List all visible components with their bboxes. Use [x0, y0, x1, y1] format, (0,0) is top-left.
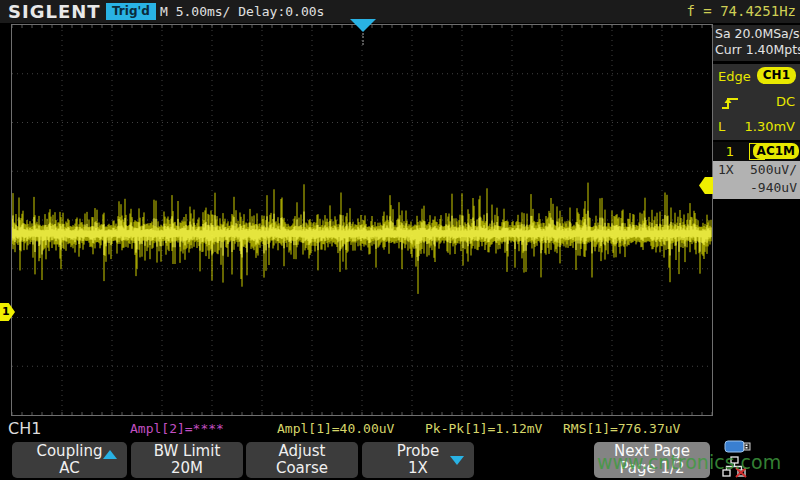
menu-channel-title: CH1 — [8, 418, 41, 439]
trigger-type-label: Edge — [718, 69, 751, 84]
softkey-adjust[interactable]: Adjust Coarse — [246, 442, 358, 478]
softkey-probe[interactable]: Probe 1X — [362, 442, 474, 478]
softkey-next-page[interactable]: Next Page Page 1/2 — [594, 442, 710, 478]
chevron-down-icon — [450, 456, 464, 465]
softkey-bw-limit[interactable]: BW Limit 20M — [131, 442, 243, 478]
noise-waveform-chart — [12, 25, 712, 415]
measurement-ampl1: Ampl[1]=40.00uV — [277, 421, 394, 436]
softkey-bw-limit-value: 20M — [131, 460, 243, 476]
channel1-offset: -940uV — [750, 180, 797, 195]
top-status-bar: SIGLENT Trig'd M 5.00ms/ Delay:0.00s f =… — [0, 0, 800, 23]
trigger-coupling: DC — [776, 89, 795, 114]
trigger-type-row: Edge CH1 — [713, 64, 800, 89]
oscilloscope-screen: SIGLENT Trig'd M 5.00ms/ Delay:0.00s f =… — [0, 0, 800, 480]
trigger-position-marker-icon[interactable] — [350, 19, 376, 32]
trigger-level-row: L 1.30mV — [713, 114, 800, 139]
channel1-scale-block: 1X 500uV/ -940uV — [713, 161, 800, 199]
waveform-display[interactable] — [12, 25, 712, 415]
measurement-bar: CH1 Ampl[2]=**** Ampl[1]=40.00uV Pk-Pk[1… — [0, 418, 800, 439]
trigger-level-value: 1.30mV — [744, 114, 795, 139]
timebase-readout[interactable]: M 5.00ms/ Delay:0.00s — [160, 4, 324, 19]
softkey-next-page-value: Page 1/2 — [594, 460, 710, 476]
softkey-coupling[interactable]: Coupling AC — [12, 442, 127, 478]
channel1-header-row: 1 B AC1M — [713, 142, 800, 161]
channel1-volts-per-div: 500uV/ — [750, 162, 797, 177]
channel1-info-panel[interactable]: 1 B AC1M 1X 500uV/ -940uV — [713, 142, 800, 199]
brand-logo: SIGLENT — [8, 1, 101, 22]
trigger-position-dots — [362, 33, 364, 45]
softkey-menu: Coupling AC BW Limit 20M Adjust Coarse P… — [0, 440, 800, 480]
usb-icon — [724, 439, 752, 454]
sidebar: Sa 20.0MSa/s Curr 1.40Mpts Edge CH1 DC L… — [713, 25, 800, 415]
softkey-coupling-value: AC — [12, 460, 127, 476]
channel1-coupling-badge: AC1M — [753, 143, 799, 159]
trigger-panel[interactable]: Edge CH1 DC L 1.30mV — [713, 64, 800, 140]
trigger-status-badge: Trig'd — [106, 3, 156, 20]
acquisition-panel: Sa 20.0MSa/s Curr 1.40Mpts — [713, 25, 800, 61]
softkey-adjust-label: Adjust — [246, 443, 358, 460]
softkey-adjust-value: Coarse — [246, 460, 358, 476]
softkey-bw-limit-label: BW Limit — [131, 443, 243, 460]
sample-rate: Sa 20.0MSa/s — [713, 25, 800, 41]
rising-edge-icon — [718, 94, 742, 112]
softkey-next-page-label: Next Page — [594, 443, 710, 460]
measurement-rms1: RMS[1]=776.37uV — [563, 421, 680, 436]
channel1-number: 1 — [713, 142, 747, 161]
memory-depth: Curr 1.40Mpts — [713, 41, 800, 57]
trigger-slope-row: DC — [713, 89, 800, 114]
channel1-probe: 1X — [718, 162, 734, 177]
measurement-pkpk1: Pk-Pk[1]=1.12mV — [425, 421, 542, 436]
trigger-level-label: L — [718, 119, 725, 134]
measurement-ampl2: Ampl[2]=**** — [130, 421, 224, 436]
lan-icon — [722, 456, 748, 478]
chevron-up-icon — [103, 450, 117, 459]
trigger-source-badge: CH1 — [757, 67, 796, 84]
frequency-counter: f = 74.4251Hz — [686, 3, 796, 19]
